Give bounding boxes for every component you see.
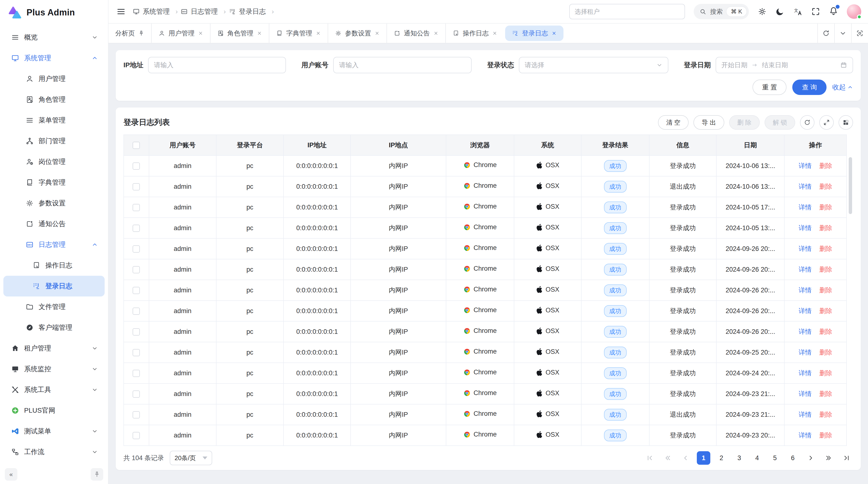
next-page-button[interactable] — [804, 451, 817, 465]
clear-button[interactable]: 清 空 — [658, 115, 689, 130]
delete-link[interactable]: 删除 — [819, 224, 832, 232]
delete-link[interactable]: 删除 — [819, 183, 832, 190]
row-checkbox[interactable] — [133, 204, 140, 211]
jump-back-button[interactable] — [661, 451, 675, 465]
sidebar-item[interactable]: 日志管理 — [3, 234, 105, 255]
page-number-button[interactable]: 2 — [715, 451, 728, 465]
status-select[interactable]: 请选择 — [519, 57, 669, 73]
sidebar-item[interactable]: 概览 — [3, 27, 105, 48]
prev-page-button[interactable] — [679, 451, 692, 465]
row-checkbox[interactable] — [133, 225, 140, 232]
first-page-button[interactable] — [643, 451, 657, 465]
close-icon[interactable] — [551, 31, 557, 36]
delete-link[interactable]: 删除 — [819, 369, 832, 377]
export-button[interactable]: 导 出 — [693, 115, 724, 130]
page-number-button[interactable]: 6 — [786, 451, 800, 465]
dark-mode-moon-icon[interactable] — [775, 7, 784, 16]
sidebar-item[interactable]: 用户管理 — [3, 68, 105, 89]
last-page-button[interactable] — [840, 451, 853, 465]
ip-input[interactable] — [148, 57, 286, 73]
row-checkbox[interactable] — [133, 266, 140, 273]
refresh-table-button[interactable] — [800, 115, 814, 130]
settings-gear-icon[interactable] — [757, 7, 767, 16]
sidebar-item[interactable]: 菜单管理 — [3, 110, 105, 131]
sidebar-item[interactable]: 文件管理 — [3, 296, 105, 317]
row-checkbox[interactable] — [133, 183, 140, 190]
tab[interactable]: 通知公告 — [386, 24, 445, 43]
delete-link[interactable]: 删除 — [819, 349, 832, 356]
collapse-filters-link[interactable]: 收起 — [832, 83, 853, 92]
page-number-button[interactable]: 1 — [697, 451, 710, 465]
row-checkbox[interactable] — [133, 328, 140, 335]
sidebar-item[interactable]: 操作日志 — [3, 255, 105, 276]
table-fullscreen-button[interactable] — [819, 115, 834, 130]
jump-forward-button[interactable] — [822, 451, 835, 465]
account-input[interactable] — [333, 57, 472, 73]
row-checkbox[interactable] — [133, 162, 140, 170]
tab[interactable]: 角色管理 — [210, 24, 269, 43]
table-scrollbar[interactable] — [849, 157, 852, 214]
sidebar-item[interactable]: 角色管理 — [3, 89, 105, 110]
sidebar-pin-button[interactable] — [91, 468, 103, 481]
row-checkbox[interactable] — [133, 370, 140, 377]
row-checkbox[interactable] — [133, 246, 140, 253]
detail-link[interactable]: 详情 — [799, 245, 812, 252]
sidebar-item[interactable]: 系统管理 — [3, 48, 105, 68]
detail-link[interactable]: 详情 — [799, 162, 812, 169]
sidebar-item[interactable]: 参数设置 — [3, 193, 105, 214]
detail-link[interactable]: 详情 — [799, 328, 812, 335]
tenant-select-input[interactable] — [569, 4, 685, 19]
unlock-button[interactable]: 解 锁 — [765, 115, 795, 130]
global-search[interactable]: 搜索 ⌘ K — [694, 4, 749, 19]
user-avatar[interactable] — [847, 4, 861, 19]
page-number-button[interactable]: 5 — [768, 451, 782, 465]
tab[interactable]: 参数设置 — [328, 24, 386, 43]
sidebar-item[interactable]: 登录日志 — [3, 276, 105, 296]
delete-link[interactable]: 删除 — [819, 204, 832, 211]
delete-link[interactable]: 删除 — [819, 411, 832, 418]
fullscreen-icon[interactable] — [811, 7, 820, 16]
delete-link[interactable]: 删除 — [819, 162, 832, 169]
detail-link[interactable]: 详情 — [799, 432, 812, 439]
delete-link[interactable]: 删除 — [819, 328, 832, 335]
detail-link[interactable]: 详情 — [799, 369, 812, 377]
detail-link[interactable]: 详情 — [799, 183, 812, 190]
page-number-button[interactable]: 4 — [750, 451, 764, 465]
reset-button[interactable]: 重 置 — [752, 79, 787, 95]
delete-link[interactable]: 删除 — [819, 307, 832, 315]
row-checkbox[interactable] — [133, 349, 140, 356]
breadcrumb-item[interactable]: 登录日志 — [229, 7, 274, 16]
tab[interactable]: 登录日志 — [505, 26, 563, 41]
sidebar-collapse-button[interactable]: « — [5, 468, 18, 481]
page-size-select[interactable]: 20条/页 — [170, 451, 212, 465]
close-icon[interactable] — [198, 31, 203, 36]
page-number-button[interactable]: 3 — [733, 451, 746, 465]
row-checkbox[interactable] — [133, 432, 140, 439]
detail-link[interactable]: 详情 — [799, 224, 812, 232]
detail-link[interactable]: 详情 — [799, 390, 812, 397]
close-icon[interactable] — [433, 31, 439, 36]
sidebar-item[interactable]: 租户管理 — [3, 338, 105, 359]
detail-link[interactable]: 详情 — [799, 204, 812, 211]
detail-link[interactable]: 详情 — [799, 349, 812, 356]
breadcrumb-item[interactable]: 系统管理 — [133, 7, 178, 16]
detail-link[interactable]: 详情 — [799, 307, 812, 315]
sidebar-item[interactable]: PLUS官网 — [3, 400, 105, 421]
delete-link[interactable]: 删除 — [819, 390, 832, 397]
delete-link[interactable]: 删除 — [819, 266, 832, 273]
refresh-tab-button[interactable] — [817, 24, 834, 43]
date-range-picker[interactable]: 开始日期 结束日期 — [716, 57, 853, 73]
sidebar-item[interactable]: 岗位管理 — [3, 151, 105, 172]
close-icon[interactable] — [257, 31, 262, 36]
sidebar-item[interactable]: 系统工具 — [3, 379, 105, 400]
delete-link[interactable]: 删除 — [819, 432, 832, 439]
breadcrumb-item[interactable]: 日志管理 — [181, 7, 226, 16]
tab[interactable]: 分析页 — [108, 24, 151, 43]
close-icon[interactable] — [374, 31, 380, 36]
sidebar-item[interactable]: 部门管理 — [3, 131, 105, 151]
sidebar-item[interactable]: 通知公告 — [3, 214, 105, 234]
tab[interactable]: 操作日志 — [445, 24, 504, 43]
delete-button[interactable]: 删 除 — [729, 115, 760, 130]
sidebar-item[interactable]: 字典管理 — [3, 172, 105, 193]
notifications-button[interactable] — [829, 6, 838, 17]
